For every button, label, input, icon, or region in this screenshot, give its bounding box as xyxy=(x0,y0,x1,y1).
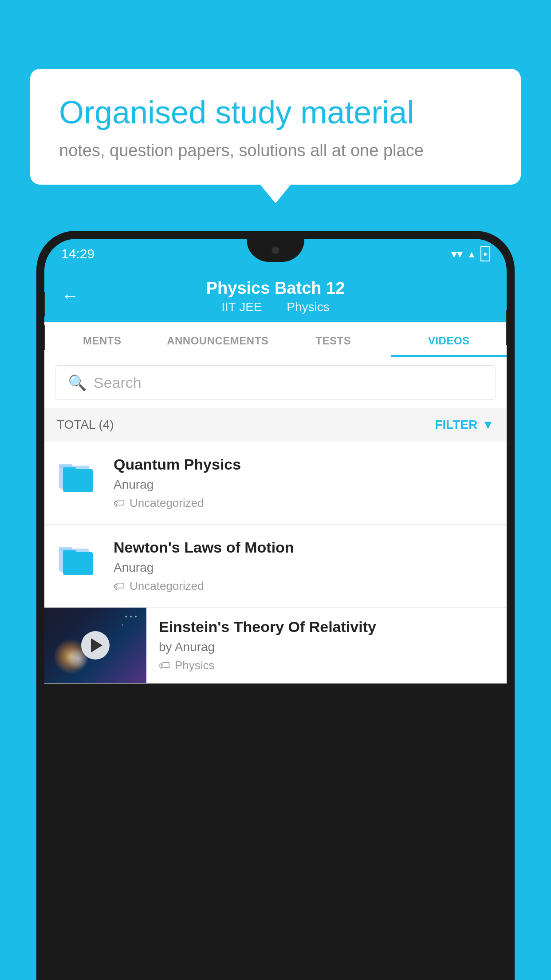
tab-videos[interactable]: VIDEOS xyxy=(391,322,507,357)
filter-bar: TOTAL (4) FILTER ▼ xyxy=(44,408,507,442)
video-author: Anurag xyxy=(114,561,494,575)
folder-icon-container xyxy=(57,539,101,581)
video-tag: 🏷 Uncategorized xyxy=(114,579,494,593)
notch xyxy=(247,239,304,262)
svg-rect-7 xyxy=(63,550,76,555)
svg-rect-6 xyxy=(63,552,93,575)
search-icon: 🔍 xyxy=(68,374,87,391)
video-info: Einstein's Theory Of Relativity by Anura… xyxy=(159,608,494,683)
filter-button[interactable]: FILTER ▼ xyxy=(435,418,494,432)
tab-tests[interactable]: TESTS xyxy=(276,322,391,357)
subtitle-physics: Physics xyxy=(287,300,329,314)
speech-bubble-container: Organised study material notes, question… xyxy=(30,69,521,185)
search-bar-container: 🔍 Search xyxy=(44,357,507,408)
list-item[interactable]: Newton's Laws of Motion Anurag 🏷 Uncateg… xyxy=(44,525,507,608)
list-item[interactable]: ✦ ✦ ✦ ✦ Einstein's Theory Of Relativity … xyxy=(44,608,507,684)
list-item[interactable]: Quantum Physics Anurag 🏷 Uncategorized xyxy=(44,442,507,525)
header-title: Physics Batch 12 xyxy=(206,279,345,298)
header-subtitle: IIT JEE Physics xyxy=(216,300,335,314)
play-triangle-icon xyxy=(91,638,102,652)
video-thumbnail: ✦ ✦ ✦ ✦ xyxy=(44,608,146,683)
phone-frame: 14:29 ▾▾ ▴ ▪ ← Physics Batch 12 IIT JEE … xyxy=(36,231,515,980)
video-tag: 🏷 Uncategorized xyxy=(114,496,494,510)
tag-icon: 🏷 xyxy=(114,496,125,510)
search-bar[interactable]: 🔍 Search xyxy=(55,365,496,400)
content-area: Quantum Physics Anurag 🏷 Uncategorized xyxy=(44,442,507,684)
video-tag: 🏷 Physics xyxy=(159,659,494,672)
status-time: 14:29 xyxy=(61,246,94,261)
bubble-title: Organised study material xyxy=(59,93,492,131)
status-bar: 14:29 ▾▾ ▴ ▪ xyxy=(44,239,507,269)
speech-bubble: Organised study material notes, question… xyxy=(30,69,521,185)
folder-icon-container xyxy=(57,456,101,498)
svg-rect-2 xyxy=(63,469,93,492)
tag-icon: 🏷 xyxy=(114,579,125,593)
video-title: Quantum Physics xyxy=(114,456,494,473)
filter-funnel-icon: ▼ xyxy=(482,418,494,432)
play-button[interactable] xyxy=(81,631,110,660)
tag-icon: 🏷 xyxy=(159,659,170,672)
signal-icon: ▴ xyxy=(469,248,474,260)
total-count: TOTAL (4) xyxy=(57,418,114,432)
video-author: by Anurag xyxy=(159,640,494,654)
bubble-subtitle: notes, question papers, solutions all at… xyxy=(59,141,492,160)
folder-icon xyxy=(57,456,97,496)
svg-rect-3 xyxy=(63,467,76,472)
wifi-icon: ▾▾ xyxy=(451,247,463,261)
tab-ments[interactable]: MENTS xyxy=(44,322,160,357)
camera-dot xyxy=(272,246,279,254)
battery-icon: ▪ xyxy=(480,246,490,261)
search-placeholder: Search xyxy=(94,374,142,391)
video-title: Newton's Laws of Motion xyxy=(114,539,494,556)
video-author: Anurag xyxy=(114,478,494,492)
tab-announcements[interactable]: ANNOUNCEMENTS xyxy=(160,322,276,357)
status-icons: ▾▾ ▴ ▪ xyxy=(451,246,490,261)
tabs-bar: MENTS ANNOUNCEMENTS TESTS VIDEOS xyxy=(44,322,507,357)
app-header: ← Physics Batch 12 IIT JEE Physics xyxy=(44,269,507,322)
back-button[interactable]: ← xyxy=(61,286,79,306)
video-info: Quantum Physics Anurag 🏷 Uncategorized xyxy=(114,456,494,510)
subtitle-iitjee: IIT JEE xyxy=(221,300,262,314)
phone-inner: 14:29 ▾▾ ▴ ▪ ← Physics Batch 12 IIT JEE … xyxy=(44,239,507,980)
video-title: Einstein's Theory Of Relativity xyxy=(159,618,494,636)
video-info: Newton's Laws of Motion Anurag 🏷 Uncateg… xyxy=(114,539,494,593)
folder-icon xyxy=(57,539,97,579)
